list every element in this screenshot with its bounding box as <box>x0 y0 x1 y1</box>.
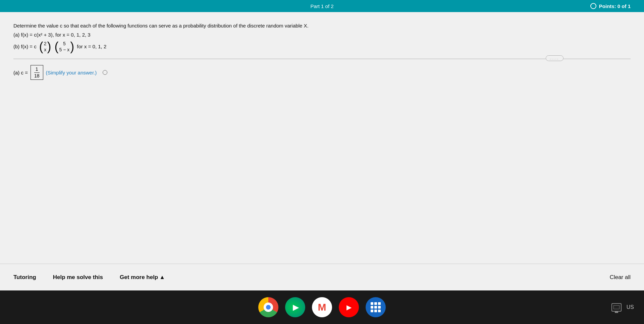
matrix-1-inner: 2 x <box>44 41 47 53</box>
radio-button[interactable] <box>103 70 107 75</box>
simplify-label: (Simplify your answer.) <box>46 70 97 75</box>
play-icon: ▶ <box>293 303 299 312</box>
question-part-a: (a) f(x) = c(x² + 3), for x = 0, 1, 2, 3 <box>13 31 631 39</box>
question-text: Determine the value c so that each of th… <box>13 22 631 53</box>
locale-label: US <box>627 304 634 310</box>
more-help-arrow-icon: ▲ <box>159 274 165 281</box>
bottom-toolbar: Tutoring Help me solve this Get more hel… <box>0 264 644 290</box>
help-me-solve-button[interactable]: Help me solve this <box>53 274 103 281</box>
answer-fraction-box: 1 18 <box>31 65 43 79</box>
question-part-b-line: (b) f(x) = c ( 2 x ) ( 5 5 − x ) for x =… <box>13 41 631 53</box>
part-label: Part 1 of 2 <box>310 3 333 9</box>
paren-right-2: ) <box>70 41 74 53</box>
tutoring-button[interactable]: Tutoring <box>13 274 36 281</box>
part-b-prefix: (b) f(x) = c <box>13 43 37 51</box>
dots-indicator: ..... <box>546 55 564 61</box>
answer-section: (a) c = 1 18 (Simplify your answer.) <box>13 65 631 79</box>
points-text: Points: 0 of 1 <box>599 3 631 9</box>
points-area: Points: 0 of 1 <box>590 3 631 9</box>
taskbar: ▶ M ▶ US <box>0 290 644 324</box>
main-content: Determine the value c so that each of th… <box>0 12 644 264</box>
get-more-help-label: Get more help <box>120 274 158 281</box>
paren-left-1: ( <box>39 41 43 53</box>
clear-all-button[interactable]: Clear all <box>610 274 631 281</box>
youtube-play-icon: ▶ <box>346 303 352 311</box>
taskbar-right: US <box>611 303 634 312</box>
taskbar-youtube-icon[interactable]: ▶ <box>339 297 359 317</box>
matrix-1: ( 2 x ) <box>39 41 51 53</box>
monitor-screen <box>613 305 620 309</box>
divider-line: ..... <box>13 59 631 59</box>
paren-left-2: ( <box>55 41 59 53</box>
matrix-2: ( 5 5 − x ) <box>55 41 74 53</box>
top-bar: Part 1 of 2 Points: 0 of 1 <box>0 0 644 12</box>
taskbar-chrome-icon[interactable] <box>258 297 278 317</box>
points-circle-icon <box>590 3 596 9</box>
taskbar-playstore-icon[interactable]: ▶ <box>285 297 305 317</box>
taskbar-apps-icon[interactable] <box>366 297 386 317</box>
get-more-help-button[interactable]: Get more help ▲ <box>120 274 165 281</box>
taskbar-gmail-icon[interactable]: M <box>312 297 332 317</box>
apps-grid-icon <box>371 302 381 312</box>
gmail-m-icon: M <box>318 302 326 313</box>
monitor-icon[interactable] <box>611 303 622 312</box>
part-b-for: for x = 0, 1, 2 <box>77 43 106 51</box>
question-intro: Determine the value c so that each of th… <box>13 22 631 30</box>
matrix-2-inner: 5 5 − x <box>59 41 70 53</box>
paren-right-1: ) <box>47 41 51 53</box>
answer-prefix: (a) c = <box>13 70 28 75</box>
